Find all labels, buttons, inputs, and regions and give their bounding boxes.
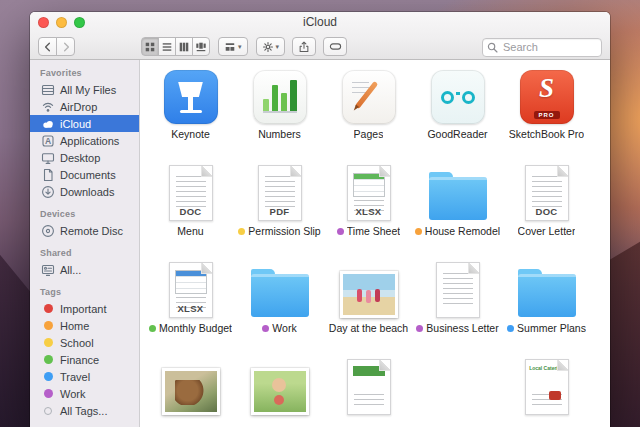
- sidebar-item-label: Desktop: [60, 152, 100, 164]
- sidebar-section-title: Tags: [30, 287, 139, 297]
- sidebar-item-desktop[interactable]: Desktop: [30, 149, 139, 166]
- file-time-sheet[interactable]: XLSXTime Sheet: [324, 159, 413, 256]
- action-button[interactable]: ▾: [256, 37, 286, 56]
- sidebar-item-label: Important: [60, 303, 106, 315]
- file-keynote[interactable]: Keynote: [146, 62, 235, 159]
- sidebar-item-remote-disc[interactable]: Remote Disc: [30, 222, 139, 239]
- sidebar-item-all-tags[interactable]: All Tags...: [30, 402, 139, 419]
- sidebar-item-label: School: [60, 337, 94, 349]
- tag-dot-icon: [415, 228, 422, 235]
- file-name: Numbers: [258, 128, 301, 140]
- pages-app-icon: [342, 70, 396, 124]
- coverflow-view-button[interactable]: [192, 37, 210, 56]
- chevron-down-icon: ▾: [276, 43, 280, 50]
- file-pages[interactable]: Pages: [324, 62, 413, 159]
- file-untitled[interactable]: Local Catering: [502, 353, 591, 427]
- remote-disc-icon: [40, 224, 56, 238]
- icloud-icon: [40, 117, 56, 131]
- numbers-app-icon: [253, 70, 307, 124]
- file-untitled[interactable]: [146, 353, 235, 427]
- file-day-at-the-beach[interactable]: Day at the beach: [324, 256, 413, 353]
- sidebar-item-label: Applications: [60, 135, 119, 147]
- search-input[interactable]: [482, 38, 602, 57]
- sidebar-section-title: Shared: [30, 248, 139, 258]
- tag-dot-icon: [44, 389, 53, 398]
- finder-window: iCloud: [30, 12, 610, 427]
- sidebar-item-travel[interactable]: Travel: [30, 368, 139, 385]
- file-summer-plans[interactable]: Summer Plans: [502, 256, 591, 353]
- file-untitled[interactable]: [324, 353, 413, 427]
- keynote-app-icon: [164, 70, 218, 124]
- photo-icon: [162, 368, 220, 415]
- gear-icon: [262, 41, 274, 53]
- sidebar-item-downloads[interactable]: Downloads: [30, 183, 139, 200]
- tag-dot-icon: [44, 304, 53, 313]
- shared-all-icon: [40, 263, 56, 277]
- arrange-button[interactable]: ▾: [218, 37, 248, 56]
- file-name: Work: [262, 322, 296, 334]
- sidebar-item-airdrop[interactable]: AirDrop: [30, 98, 139, 115]
- file-cover-letter[interactable]: DOCCover Letter: [502, 159, 591, 256]
- document-icon: Local Catering: [525, 359, 569, 415]
- search-field[interactable]: [482, 37, 602, 56]
- document-icon: XLSX: [347, 165, 391, 221]
- document-icon: XLSX: [169, 262, 213, 318]
- tag-icon: [329, 40, 342, 53]
- sidebar-item-label: Remote Disc: [60, 225, 123, 237]
- file-permission-slip[interactable]: PDFPermission Slip: [235, 159, 324, 256]
- file-name: Time Sheet: [337, 225, 400, 237]
- sidebar-item-applications[interactable]: AApplications: [30, 132, 139, 149]
- back-button[interactable]: [38, 37, 57, 56]
- sketchbook-app-icon: SPRO: [520, 70, 574, 124]
- file-untitled[interactable]: [235, 353, 324, 427]
- sidebar-item-work[interactable]: Work: [30, 385, 139, 402]
- sidebar-item-label: AirDrop: [60, 101, 97, 113]
- documents-icon: [40, 168, 56, 182]
- sidebar-item-important[interactable]: Important: [30, 300, 139, 317]
- file-numbers[interactable]: Numbers: [235, 62, 324, 159]
- file-house-remodel[interactable]: House Remodel: [413, 159, 502, 256]
- titlebar[interactable]: iCloud: [30, 12, 610, 33]
- tag-dot-icon: [262, 325, 269, 332]
- sidebar-item-all-my-files[interactable]: All My Files: [30, 81, 139, 98]
- document-icon: [436, 262, 480, 318]
- file-name: SketchBook Pro: [509, 128, 584, 140]
- tags-button[interactable]: [323, 37, 347, 56]
- sidebar: FavoritesAll My FilesAirDropiCloudAAppli…: [30, 60, 140, 427]
- file-sketchbook-pro[interactable]: SPROSketchBook Pro: [502, 62, 591, 159]
- tag-icon-slot: [40, 372, 56, 381]
- file-name: Cover Letter: [518, 225, 576, 237]
- forward-button[interactable]: [56, 37, 75, 56]
- sidebar-item-all[interactable]: All...: [30, 261, 139, 278]
- file-menu[interactable]: DOCMenu: [146, 159, 235, 256]
- sidebar-item-label: All My Files: [60, 84, 116, 96]
- file-work[interactable]: Work: [235, 256, 324, 353]
- sidebar-item-home[interactable]: Home: [30, 317, 139, 334]
- nav-buttons: [38, 37, 75, 56]
- file-name: Business Letter: [416, 322, 498, 334]
- tag-dot-icon: [507, 325, 514, 332]
- tag-icon-slot: [40, 321, 56, 330]
- folder-icon: [251, 274, 309, 317]
- tag-dot-icon: [337, 228, 344, 235]
- file-goodreader[interactable]: GoodReader: [413, 62, 502, 159]
- sidebar-item-finance[interactable]: Finance: [30, 351, 139, 368]
- sidebar-item-school[interactable]: School: [30, 334, 139, 351]
- share-icon: [298, 41, 310, 53]
- file-business-letter[interactable]: Business Letter: [413, 256, 502, 353]
- sidebar-item-documents[interactable]: Documents: [30, 166, 139, 183]
- file-name: GoodReader: [427, 128, 487, 140]
- icon-view-button[interactable]: [141, 37, 159, 56]
- downloads-icon: [40, 185, 56, 199]
- toolbar: ▾ ▾: [30, 33, 610, 60]
- file-name: Menu: [177, 225, 203, 237]
- chevron-down-icon: ▾: [238, 43, 242, 50]
- tag-icon-slot: [40, 304, 56, 313]
- tag-icon-slot: [40, 355, 56, 364]
- share-button[interactable]: [292, 37, 316, 56]
- sidebar-item-label: Home: [60, 320, 89, 332]
- column-view-button[interactable]: [175, 37, 193, 56]
- file-monthly-budget[interactable]: XLSXMonthly Budget: [146, 256, 235, 353]
- list-view-button[interactable]: [158, 37, 176, 56]
- sidebar-item-icloud[interactable]: iCloud: [30, 115, 139, 132]
